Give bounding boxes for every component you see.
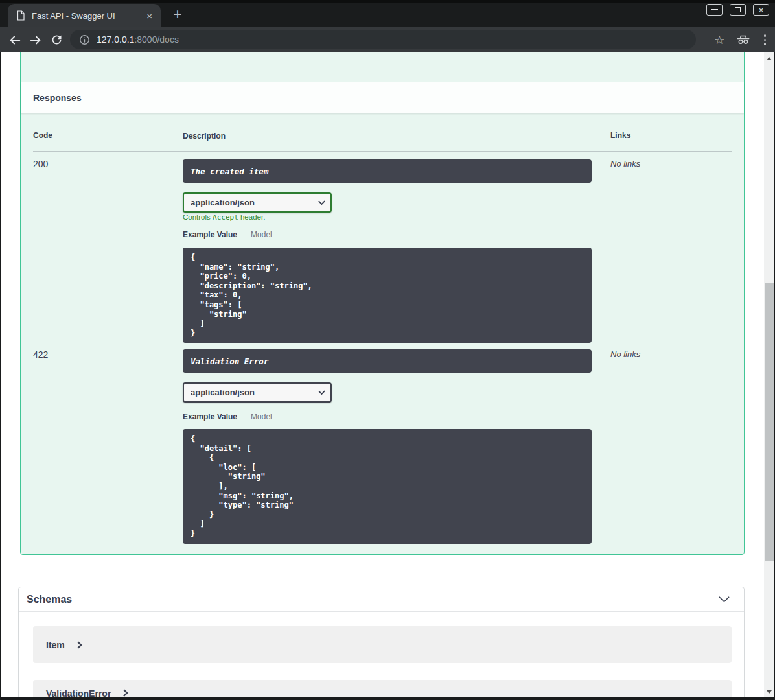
minimize-button[interactable] [706,4,723,16]
chevron-down-icon[interactable] [717,592,731,606]
close-button[interactable]: × [753,4,769,16]
scrollbar-up-arrow[interactable] [764,54,774,63]
schema-model-item[interactable]: Item [33,626,732,663]
tab-divider [244,412,244,421]
maximize-icon [735,7,741,12]
schema-name: Item [46,640,65,650]
menu-kebab-icon[interactable] [761,33,769,47]
column-header-code: Code [33,131,52,140]
media-type-dropdown[interactable]: application/json [183,382,332,402]
example-json-422: { "detail": [ { "loc": [ "string" ], "ms… [183,429,592,544]
toolbar-actions: ☆ [714,27,769,52]
scrollbar-down-arrow[interactable] [764,687,774,696]
page-favicon-icon [16,10,25,21]
tab-example-value[interactable]: Example Value [183,230,237,239]
tab-title: Fast API - Swagger UI [32,11,145,21]
chevron-right-icon [122,688,130,697]
url-path: :8000/docs [134,34,179,45]
media-type-dropdown[interactable]: application/json [183,192,332,213]
schemas-header[interactable]: Schemas [19,587,744,612]
response-code-200: 200 [33,159,48,169]
opblock-post: Responses Code Description Links 200 The… [20,52,745,555]
column-header-links: Links [610,131,630,140]
site-info-icon[interactable] [79,34,90,45]
column-header-description: Description [183,132,226,141]
table-header-divider [33,151,732,152]
maximize-button[interactable] [730,4,746,16]
responses-title: Responses [33,93,82,103]
schema-name: ValidationError [46,688,111,697]
tab-example-value[interactable]: Example Value [183,412,237,421]
new-tab-button[interactable]: + [170,7,185,21]
forward-button[interactable] [29,33,43,47]
browser-tab-bar: Fast API - Swagger UI × + × [0,3,775,27]
response-description-200: The created item [183,159,592,183]
incognito-icon [736,35,750,45]
controls-accept-header-note: Controls Accept header. [183,213,265,222]
window-controls: × [706,4,769,16]
tab-model[interactable]: Model [251,230,272,239]
example-model-tabs-422: Example Value Model [183,412,272,421]
tab-close-icon[interactable]: × [145,11,154,21]
url-host: 127.0.0.1 [97,34,134,45]
address-bar[interactable]: 127.0.0.1:8000/docs [70,30,696,49]
tab-divider [244,230,244,239]
chevron-right-icon [76,640,84,649]
no-links-200: No links [610,159,640,169]
response-code-422: 422 [33,349,48,360]
url-text: 127.0.0.1:8000/docs [97,34,179,45]
browser-toolbar: 127.0.0.1:8000/docs ☆ [0,27,775,52]
no-links-422: No links [610,349,640,359]
media-type-select-422: application/json [183,382,332,402]
schema-model-validationerror[interactable]: ValidationError [33,680,732,697]
example-json-200: { "name": "string", "price": 0, "descrip… [183,248,592,343]
schemas-section: Schemas Item ValidationError [18,587,745,697]
bookmark-star-icon[interactable]: ☆ [714,34,724,46]
example-model-tabs-200: Example Value Model [183,230,272,239]
reload-button[interactable] [50,33,64,47]
media-type-select-200: application/json [183,192,332,213]
tab-model[interactable]: Model [251,412,272,421]
scrollbar-thumb[interactable] [765,283,774,561]
responses-section-header: Responses [21,82,744,113]
back-button[interactable] [8,33,22,47]
response-description-422: Validation Error [183,349,592,373]
schemas-title: Schemas [27,594,717,605]
minimize-icon [711,9,718,10]
page-scrollbar[interactable] [764,52,774,697]
page-viewport: Responses Code Description Links 200 The… [1,52,774,697]
browser-tab[interactable]: Fast API - Swagger UI × [8,4,161,27]
